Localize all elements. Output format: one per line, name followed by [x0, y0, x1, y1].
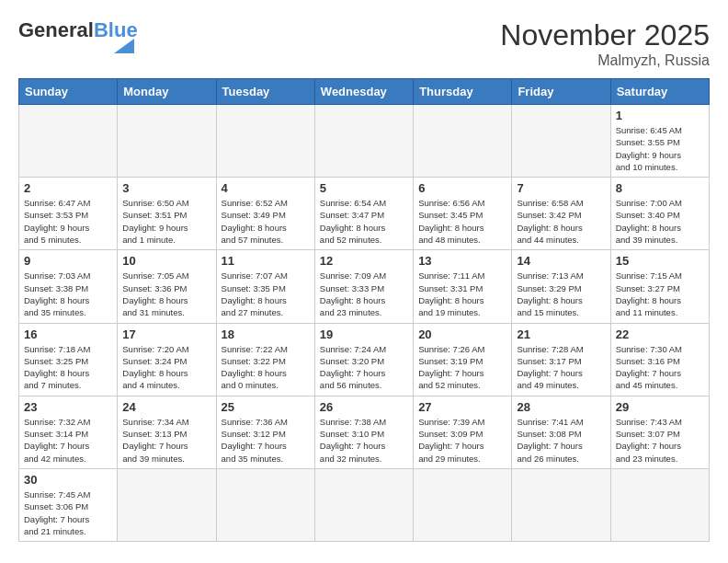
day-number: 13 — [418, 254, 506, 268]
day-info: Sunrise: 7:39 AM Sunset: 3:09 PM Dayligh… — [418, 416, 506, 465]
table-row — [216, 468, 314, 541]
day-info: Sunrise: 6:56 AM Sunset: 3:45 PM Dayligh… — [418, 197, 506, 246]
day-number: 7 — [517, 181, 605, 195]
day-info: Sunrise: 7:41 AM Sunset: 3:08 PM Dayligh… — [517, 416, 605, 465]
day-number: 4 — [222, 181, 310, 195]
table-row — [512, 468, 610, 541]
day-number: 27 — [418, 400, 506, 414]
table-row: 13Sunrise: 7:11 AM Sunset: 3:31 PM Dayli… — [414, 250, 512, 323]
day-info: Sunrise: 7:09 AM Sunset: 3:33 PM Dayligh… — [320, 270, 408, 318]
day-number: 8 — [616, 181, 704, 195]
title-block: November 2025 Malmyzh, Russia — [500, 18, 710, 69]
table-row: 12Sunrise: 7:09 AM Sunset: 3:33 PM Dayli… — [314, 250, 413, 323]
header-saturday: Saturday — [610, 79, 709, 105]
table-row — [19, 105, 118, 178]
day-info: Sunrise: 6:58 AM Sunset: 3:42 PM Dayligh… — [517, 197, 605, 246]
day-info: Sunrise: 7:03 AM Sunset: 3:38 PM Dayligh… — [24, 270, 112, 318]
day-info: Sunrise: 7:11 AM Sunset: 3:31 PM Dayligh… — [418, 270, 506, 318]
page-header: General Blue November 2025 Malmyzh, Russ… — [18, 18, 710, 69]
calendar-week-row: 2Sunrise: 6:47 AM Sunset: 3:53 PM Daylig… — [19, 178, 710, 250]
table-row — [414, 105, 512, 178]
day-info: Sunrise: 7:28 AM Sunset: 3:17 PM Dayligh… — [517, 343, 605, 392]
table-row: 5Sunrise: 6:54 AM Sunset: 3:47 PM Daylig… — [314, 178, 413, 250]
table-row: 9Sunrise: 7:03 AM Sunset: 3:38 PM Daylig… — [19, 250, 118, 323]
day-info: Sunrise: 7:45 AM Sunset: 3:06 PM Dayligh… — [24, 488, 112, 537]
day-info: Sunrise: 7:22 AM Sunset: 3:22 PM Dayligh… — [222, 343, 310, 392]
calendar-week-row: 23Sunrise: 7:32 AM Sunset: 3:14 PM Dayli… — [19, 396, 710, 468]
day-info: Sunrise: 7:36 AM Sunset: 3:12 PM Dayligh… — [222, 416, 310, 465]
day-number: 20 — [418, 327, 506, 341]
day-number: 19 — [320, 327, 408, 341]
table-row — [118, 468, 216, 541]
table-row: 28Sunrise: 7:41 AM Sunset: 3:08 PM Dayli… — [512, 396, 610, 468]
day-info: Sunrise: 7:38 AM Sunset: 3:10 PM Dayligh… — [320, 416, 408, 465]
day-number: 23 — [24, 400, 112, 414]
calendar-week-row: 30Sunrise: 7:45 AM Sunset: 3:06 PM Dayli… — [19, 468, 710, 541]
table-row — [118, 105, 216, 178]
day-info: Sunrise: 7:24 AM Sunset: 3:20 PM Dayligh… — [320, 343, 408, 392]
table-row: 14Sunrise: 7:13 AM Sunset: 3:29 PM Dayli… — [512, 250, 610, 323]
table-row: 18Sunrise: 7:22 AM Sunset: 3:22 PM Dayli… — [216, 323, 314, 396]
table-row — [314, 468, 413, 541]
calendar-week-row: 9Sunrise: 7:03 AM Sunset: 3:38 PM Daylig… — [19, 250, 710, 323]
calendar-week-row: 1Sunrise: 6:45 AM Sunset: 3:55 PM Daylig… — [19, 105, 710, 178]
table-row: 4Sunrise: 6:52 AM Sunset: 3:49 PM Daylig… — [216, 178, 314, 250]
day-number: 11 — [222, 254, 310, 268]
day-info: Sunrise: 7:18 AM Sunset: 3:25 PM Dayligh… — [24, 343, 112, 392]
day-number: 21 — [517, 327, 605, 341]
table-row: 7Sunrise: 6:58 AM Sunset: 3:42 PM Daylig… — [512, 178, 610, 250]
table-row: 27Sunrise: 7:39 AM Sunset: 3:09 PM Dayli… — [414, 396, 512, 468]
day-number: 5 — [320, 181, 408, 195]
table-row: 24Sunrise: 7:34 AM Sunset: 3:13 PM Dayli… — [118, 396, 216, 468]
day-info: Sunrise: 7:13 AM Sunset: 3:29 PM Dayligh… — [517, 270, 605, 318]
day-number: 26 — [320, 400, 408, 414]
table-row: 20Sunrise: 7:26 AM Sunset: 3:19 PM Dayli… — [414, 323, 512, 396]
header-sunday: Sunday — [19, 79, 118, 105]
table-row — [414, 468, 512, 541]
day-info: Sunrise: 6:54 AM Sunset: 3:47 PM Dayligh… — [320, 197, 408, 246]
day-number: 16 — [24, 327, 112, 341]
day-info: Sunrise: 6:52 AM Sunset: 3:49 PM Dayligh… — [222, 197, 310, 246]
header-monday: Monday — [118, 79, 216, 105]
weekday-header-row: Sunday Monday Tuesday Wednesday Thursday… — [19, 79, 710, 105]
table-row: 6Sunrise: 6:56 AM Sunset: 3:45 PM Daylig… — [414, 178, 512, 250]
day-info: Sunrise: 7:05 AM Sunset: 3:36 PM Dayligh… — [122, 270, 210, 318]
table-row: 11Sunrise: 7:07 AM Sunset: 3:35 PM Dayli… — [216, 250, 314, 323]
day-info: Sunrise: 7:30 AM Sunset: 3:16 PM Dayligh… — [616, 343, 704, 392]
month-title: November 2025 — [500, 18, 710, 52]
table-row: 29Sunrise: 7:43 AM Sunset: 3:07 PM Dayli… — [610, 396, 709, 468]
day-info: Sunrise: 6:47 AM Sunset: 3:53 PM Dayligh… — [24, 197, 112, 246]
day-info: Sunrise: 7:15 AM Sunset: 3:27 PM Dayligh… — [616, 270, 704, 318]
header-wednesday: Wednesday — [314, 79, 413, 105]
day-info: Sunrise: 7:26 AM Sunset: 3:19 PM Dayligh… — [418, 343, 506, 392]
day-number: 3 — [122, 181, 210, 195]
table-row — [314, 105, 413, 178]
logo: General Blue — [18, 18, 138, 53]
table-row — [512, 105, 610, 178]
table-row: 3Sunrise: 6:50 AM Sunset: 3:51 PM Daylig… — [118, 178, 216, 250]
table-row: 17Sunrise: 7:20 AM Sunset: 3:24 PM Dayli… — [118, 323, 216, 396]
header-thursday: Thursday — [414, 79, 512, 105]
table-row: 8Sunrise: 7:00 AM Sunset: 3:40 PM Daylig… — [610, 178, 709, 250]
day-number: 9 — [24, 254, 112, 268]
day-number: 18 — [222, 327, 310, 341]
table-row: 16Sunrise: 7:18 AM Sunset: 3:25 PM Dayli… — [19, 323, 118, 396]
day-number: 25 — [222, 400, 310, 414]
day-number: 12 — [320, 254, 408, 268]
header-tuesday: Tuesday — [216, 79, 314, 105]
table-row: 23Sunrise: 7:32 AM Sunset: 3:14 PM Dayli… — [19, 396, 118, 468]
table-row: 25Sunrise: 7:36 AM Sunset: 3:12 PM Dayli… — [216, 396, 314, 468]
day-number: 2 — [24, 181, 112, 195]
day-info: Sunrise: 7:32 AM Sunset: 3:14 PM Dayligh… — [24, 416, 112, 465]
table-row — [216, 105, 314, 178]
day-number: 1 — [616, 109, 704, 122]
header-friday: Friday — [512, 79, 610, 105]
day-info: Sunrise: 7:07 AM Sunset: 3:35 PM Dayligh… — [222, 270, 310, 318]
day-number: 24 — [122, 400, 210, 414]
calendar-table: Sunday Monday Tuesday Wednesday Thursday… — [18, 78, 710, 542]
day-number: 10 — [122, 254, 210, 268]
table-row: 15Sunrise: 7:15 AM Sunset: 3:27 PM Dayli… — [610, 250, 709, 323]
table-row: 1Sunrise: 6:45 AM Sunset: 3:55 PM Daylig… — [610, 105, 709, 178]
day-number: 28 — [517, 400, 605, 414]
day-info: Sunrise: 7:20 AM Sunset: 3:24 PM Dayligh… — [122, 343, 210, 392]
